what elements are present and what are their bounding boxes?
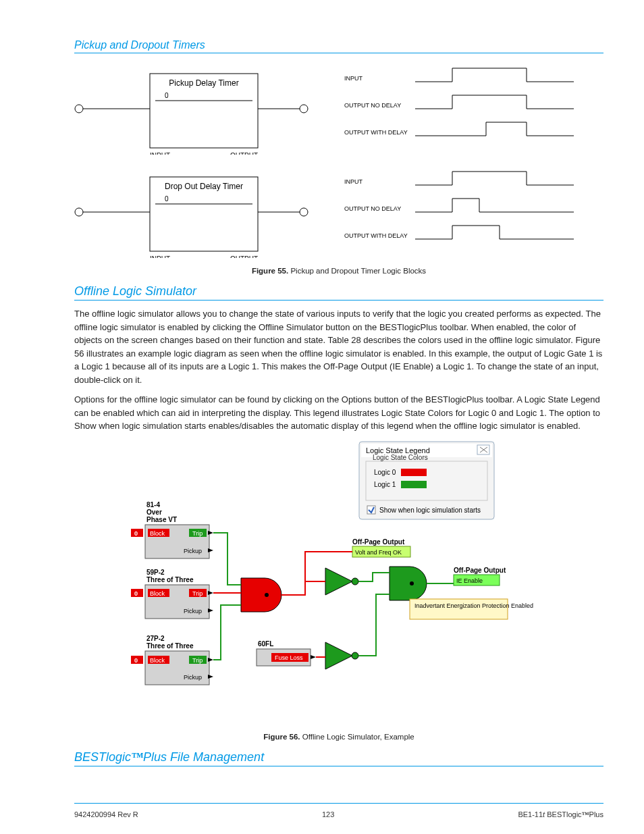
svg-text:Pickup: Pickup	[184, 608, 202, 615]
footer-right: BE1-11t BESTlogic™Plus	[518, 810, 603, 818]
svg-text:Off-Page Output: Off-Page Output	[352, 538, 405, 546]
svg-text:Off-Page Output: Off-Page Output	[454, 567, 506, 574]
svg-marker-57	[208, 675, 213, 679]
svg-text:Volt and Freq OK: Volt and Freq OK	[355, 549, 402, 556]
block-60fl: 60FL Fuse Loss	[257, 640, 316, 666]
footer-page: 123	[322, 810, 334, 818]
svg-text:59P-2: 59P-2	[146, 569, 165, 576]
and-gate-red	[241, 578, 281, 612]
legend-group: Logic State Colors	[373, 454, 428, 461]
pickup-input-label: INPUT	[150, 152, 170, 155]
not-gate-top	[325, 568, 358, 595]
svg-text:0: 0	[134, 590, 138, 597]
svg-text:Pickup: Pickup	[184, 674, 202, 681]
svg-rect-18	[401, 469, 427, 476]
logic-state-legend: Logic State Legend Logic State Colors Lo…	[359, 442, 494, 519]
svg-marker-33	[208, 548, 213, 552]
svg-marker-64	[325, 568, 352, 595]
figure55-text: Pickup and Dropout Timer Logic Blocks	[290, 267, 426, 275]
svg-marker-55	[208, 658, 213, 662]
figure56-diagram: Logic State Legend Logic State Colors Lo…	[123, 440, 555, 730]
dropout-timer-block: Drop Out Delay Timer 0 INPUT OUTPUT	[74, 163, 317, 258]
svg-text:Trip: Trip	[192, 530, 203, 537]
dropout-output-label: OUTPUT	[230, 255, 258, 258]
pickup-line: 0	[165, 92, 169, 99]
dropout-input-label: INPUT	[150, 255, 170, 258]
svg-text:Trip: Trip	[192, 657, 203, 664]
wave-label-nodelay2: OUTPUT NO DELAY	[344, 205, 401, 212]
svg-text:81-4: 81-4	[146, 501, 160, 509]
figure55-caption: Figure 55. Pickup and Dropout Timer Logi…	[74, 267, 603, 275]
figure56-caption: Figure 56. Offline Logic Simulator, Exam…	[74, 733, 603, 741]
svg-text:Three of Three: Three of Three	[146, 576, 194, 583]
svg-text:Fuse Loss: Fuse Loss	[275, 654, 303, 661]
svg-point-11	[300, 208, 308, 216]
wave-label-in: INPUT	[344, 75, 363, 82]
svg-text:60FL: 60FL	[258, 640, 273, 648]
svg-marker-43	[208, 591, 213, 595]
dropout-title: Drop Out Delay Timer	[165, 182, 243, 191]
wave-label-delay: OUTPUT WITH DELAY	[344, 129, 408, 136]
figure55-row-dropout: Drop Out Delay Timer 0 INPUT OUTPUT INPU…	[74, 163, 603, 260]
svg-marker-66	[325, 642, 352, 669]
legend-logic1: Logic 1	[374, 481, 396, 488]
svg-text:Block: Block	[150, 530, 165, 537]
legend-checkbox: Show when logic simulation starts	[379, 506, 481, 514]
block-27p-2: 27P-2 Three of Three 0 Block Trip Pickup	[131, 635, 213, 685]
section-title-timers: Pickup and Dropout Timers	[74, 39, 603, 53]
svg-marker-62	[311, 655, 316, 659]
block-81-4: 81-4 Over Phase VT 0 Block Trip Pickup	[131, 501, 213, 558]
pickup-title: Pickup Delay Timer	[169, 78, 238, 88]
offline-para1: The offline logic simulator allows you t…	[74, 307, 603, 386]
wave-label-delay2: OUTPUT WITH DELAY	[344, 232, 408, 239]
svg-point-5	[300, 105, 308, 113]
svg-text:IE Enable: IE Enable	[456, 577, 483, 584]
section-title-bestlogic: BESTlogic™Plus File Management	[74, 750, 603, 766]
svg-text:0: 0	[134, 530, 138, 537]
svg-point-68	[410, 581, 414, 585]
svg-marker-45	[208, 608, 213, 613]
svg-point-7	[75, 208, 83, 216]
section-title-offline: Offline Logic Simulator	[74, 284, 603, 301]
offpage-vf: Off-Page Output Volt and Freq OK	[352, 538, 410, 557]
dropout-timer-waves: INPUT OUTPUT NO DELAY OUTPUT WITH DELAY	[344, 163, 581, 258]
svg-text:Inadvertant Energization Prote: Inadvertant Energization Protection Enab…	[414, 602, 533, 609]
svg-point-65	[352, 578, 358, 585]
svg-text:27P-2: 27P-2	[146, 635, 165, 642]
pickup-timer-waves: INPUT OUTPUT NO DELAY OUTPUT WITH DELAY	[344, 60, 581, 155]
note-ie-enabled: Inadvertant Energization Protection Enab…	[410, 599, 533, 619]
svg-text:Pickup: Pickup	[184, 548, 202, 554]
footer-left: 9424200994 Rev R	[74, 810, 138, 818]
offline-para2: Options for the offline logic simulator …	[74, 393, 603, 433]
dropout-line: 0	[165, 195, 169, 203]
block-59p-2: 59P-2 Three of Three 0 Block Trip Pickup	[131, 569, 213, 619]
not-gate-bottom	[325, 642, 358, 669]
wave-label-in2: INPUT	[344, 178, 363, 185]
svg-marker-31	[208, 531, 213, 535]
svg-point-67	[352, 652, 358, 659]
svg-rect-19	[401, 481, 427, 488]
wave-label-nodelay: OUTPUT NO DELAY	[344, 102, 401, 109]
figure55-label: Figure 55.	[252, 267, 288, 275]
svg-point-63	[265, 593, 269, 597]
offpage-ie: Off-Page Output IE Enable	[454, 567, 506, 585]
svg-text:Three of Three: Three of Three	[146, 642, 194, 650]
and-gate-green	[390, 567, 427, 600]
page-footer: 9424200994 Rev R 123 BE1-11t BESTlogic™P…	[74, 803, 603, 818]
pickup-output-label: OUTPUT	[230, 152, 258, 155]
svg-text:0: 0	[134, 657, 138, 664]
svg-text:Over: Over	[146, 509, 162, 516]
svg-text:Block: Block	[150, 657, 165, 664]
svg-point-1	[75, 105, 83, 113]
figure55-row-pickup: Pickup Delay Timer 0 INPUT OUTPUT INPUT …	[74, 60, 603, 157]
figure56-text: Offline Logic Simulator, Example	[302, 733, 414, 741]
svg-text:Block: Block	[150, 590, 165, 597]
svg-text:Phase VT: Phase VT	[146, 516, 177, 523]
pickup-timer-block: Pickup Delay Timer 0 INPUT OUTPUT	[74, 60, 317, 155]
legend-logic0: Logic 0	[374, 469, 396, 476]
figure56-label: Figure 56.	[263, 733, 300, 741]
svg-text:Trip: Trip	[192, 590, 203, 597]
